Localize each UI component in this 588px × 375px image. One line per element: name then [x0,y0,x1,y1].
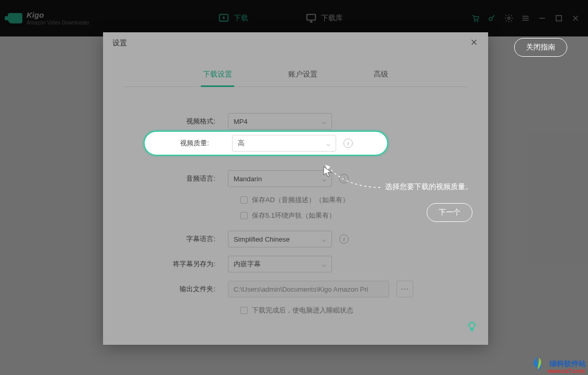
info-icon[interactable]: i [339,234,349,244]
row-save-subtitle-as: 将字幕另存为: 内嵌字幕 ⌵ [124,256,467,272]
chevron-down-icon: ⌵ [322,260,326,268]
modal-tabs: 下载设置 账户设置 高级 [124,65,467,87]
guide-next-button[interactable]: 下一个 [427,203,472,222]
tab-download-settings[interactable]: 下载设置 [201,65,234,87]
label-audio-language: 音频语言: [124,174,228,183]
browse-button[interactable]: ··· [397,281,413,297]
label-sleep-after: 下载完成后，使电脑进入睡眠状态 [252,306,353,315]
info-icon[interactable]: i [343,139,353,148]
label-video-quality: 视频质量: [180,139,232,148]
close-guide-button[interactable]: 关闭指南 [514,38,567,57]
select-save-subtitle-as[interactable]: 内嵌字幕 ⌵ [228,256,332,272]
tab-account-settings[interactable]: 账户设置 [286,65,319,87]
close-modal-icon[interactable] [469,38,479,49]
row-output-folder: 输出文件夹: C:\Users\admin\Documents\Kigo Ama… [124,281,467,297]
value-subtitle-language: Simplified Chinese [234,235,290,243]
guide-callout: 选择您要下载的视频质量。 [385,182,472,192]
chevron-down-icon: ⌵ [322,175,326,183]
select-video-format[interactable]: MP4 ⌵ [228,113,332,130]
info-icon[interactable]: i [339,174,349,183]
label-video-format: 视频格式: [124,117,228,126]
row-subtitle-language: 字幕语言: Simplified Chinese ⌵ i [124,231,467,247]
row-video-format: 视频格式: MP4 ⌵ [124,113,467,130]
highlight-video-quality: 视频质量: 高 ⌵ i [144,131,388,156]
tab-advanced[interactable]: 高级 [372,65,390,87]
chevron-down-icon: ⌵ [322,118,326,126]
label-save-51: 保存5.1环绕声轨（如果有） [252,211,336,220]
value-save-subtitle-as: 内嵌字幕 [234,259,261,269]
check-sleep-after[interactable]: 下载完成后，使电脑进入睡眠状态 [240,306,467,315]
watermark-url: www.xz7.com [547,368,585,374]
checkbox-icon[interactable] [240,307,248,314]
select-audio-language[interactable]: Mandarin ⌵ [228,170,332,187]
watermark-logo-icon [529,355,546,373]
select-subtitle-language[interactable]: Simplified Chinese ⌵ [228,231,332,247]
checkbox-icon[interactable] [240,212,248,219]
label-subtitle-language: 字幕语言: [124,234,228,244]
output-folder-path[interactable]: C:\Users\admin\Documents\Kigo Amazon Pri [228,281,389,297]
lightbulb-icon[interactable] [466,321,478,334]
value-video-quality: 高 [238,139,245,148]
label-save-subtitle-as: 将字幕另存为: [124,259,228,269]
value-audio-language: Mandarin [234,175,262,183]
label-save-ad: 保存AD（音频描述）（如果有） [252,195,349,205]
chevron-down-icon: ⌵ [322,235,326,243]
label-output-folder: 输出文件夹: [124,284,228,294]
select-video-quality[interactable]: 高 ⌵ [232,135,336,152]
value-video-format: MP4 [234,118,248,126]
settings-form: 视频格式: MP4 ⌵ 音频语言: Mandarin ⌵ i 保存AD（音频描述… [103,87,488,315]
modal-title: 设置 [112,39,127,48]
checkbox-icon[interactable] [240,196,248,204]
chevron-down-icon: ⌵ [326,140,330,147]
